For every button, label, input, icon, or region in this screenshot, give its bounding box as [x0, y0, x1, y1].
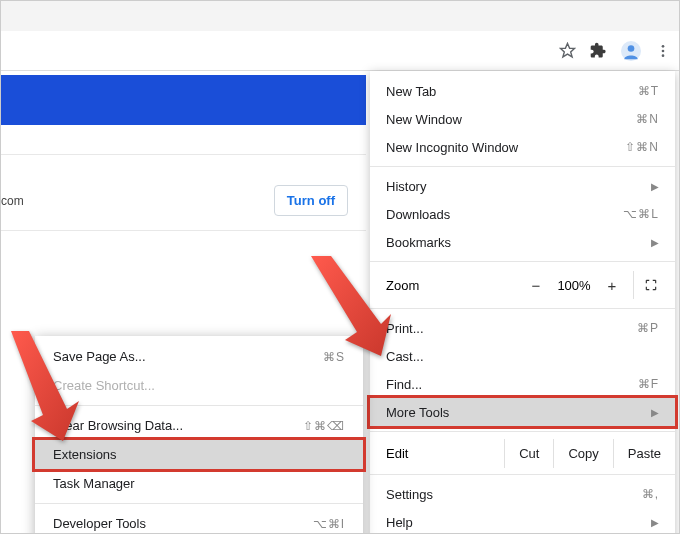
chevron-right-icon: ▶: [651, 407, 659, 418]
menu-shortcut: ⌘S: [323, 350, 345, 364]
submenu-save-page-as[interactable]: Save Page As... ⌘S: [35, 342, 363, 371]
menu-shortcut: ⇧⌘⌫: [303, 419, 345, 433]
menu-label: Downloads: [386, 207, 450, 222]
extensions-icon[interactable]: [590, 42, 607, 59]
svg-point-2: [628, 45, 635, 52]
menu-bookmarks[interactable]: Bookmarks ▶: [370, 228, 675, 256]
menu-label: Save Page As...: [53, 349, 146, 364]
menu-print[interactable]: Print... ⌘P: [370, 314, 675, 342]
menu-label: More Tools: [386, 405, 449, 420]
menu-label: New Tab: [386, 84, 436, 99]
menu-history[interactable]: History ▶: [370, 172, 675, 200]
more-tools-submenu: Save Page As... ⌘S Create Shortcut... Cl…: [35, 336, 363, 534]
menu-label: Bookmarks: [386, 235, 451, 250]
menu-downloads[interactable]: Downloads ⌥⌘L: [370, 200, 675, 228]
menu-label: Cast...: [386, 349, 424, 364]
menu-label: Print...: [386, 321, 424, 336]
cut-button[interactable]: Cut: [504, 439, 553, 468]
menu-shortcut: ⌥⌘I: [313, 517, 345, 531]
menu-more-tools[interactable]: More Tools ▶: [370, 398, 675, 426]
browser-toolbar: [1, 31, 679, 71]
menu-label: Extensions: [53, 447, 117, 462]
menu-label: History: [386, 179, 426, 194]
menu-settings[interactable]: Settings ⌘,: [370, 480, 675, 508]
menu-shortcut: ⇧⌘N: [625, 140, 659, 154]
chevron-right-icon: ▶: [651, 237, 659, 248]
submenu-create-shortcut: Create Shortcut...: [35, 371, 363, 400]
menu-shortcut: ⌘T: [638, 84, 659, 98]
menu-separator: [370, 474, 675, 475]
svg-point-5: [662, 54, 665, 57]
submenu-task-manager[interactable]: Task Manager: [35, 469, 363, 498]
menu-label: Developer Tools: [53, 516, 146, 531]
menu-separator: [370, 308, 675, 309]
zoom-percent: 100%: [551, 278, 597, 293]
paste-button[interactable]: Paste: [613, 439, 675, 468]
turn-off-button[interactable]: Turn off: [274, 185, 348, 216]
page-subheader: [1, 125, 366, 155]
menu-new-window[interactable]: New Window ⌘N: [370, 105, 675, 133]
menu-shortcut: ⌘F: [638, 377, 659, 391]
menu-separator: [370, 261, 675, 262]
submenu-clear-browsing-data[interactable]: Clear Browsing Data... ⇧⌘⌫: [35, 411, 363, 440]
menu-label: Settings: [386, 487, 433, 502]
svg-point-3: [662, 45, 665, 48]
menu-help[interactable]: Help ▶: [370, 508, 675, 534]
chevron-right-icon: ▶: [651, 517, 659, 528]
menu-shortcut: ⌥⌘L: [623, 207, 659, 221]
copy-button[interactable]: Copy: [553, 439, 612, 468]
menu-zoom: Zoom − 100% +: [370, 267, 675, 303]
menu-label: Find...: [386, 377, 422, 392]
menu-separator: [35, 503, 363, 504]
menu-label: Clear Browsing Data...: [53, 418, 183, 433]
menu-cast[interactable]: Cast...: [370, 342, 675, 370]
content-row: com Turn off: [1, 171, 366, 231]
zoom-in-button[interactable]: +: [597, 272, 627, 298]
menu-label: New Incognito Window: [386, 140, 518, 155]
zoom-out-button[interactable]: −: [521, 272, 551, 298]
menu-shortcut: ⌘P: [637, 321, 659, 335]
menu-edit-row: Edit Cut Copy Paste: [370, 437, 675, 469]
menu-label: Help: [386, 515, 413, 530]
edit-label: Edit: [386, 446, 504, 461]
submenu-developer-tools[interactable]: Developer Tools ⌥⌘I: [35, 509, 363, 534]
chevron-right-icon: ▶: [651, 181, 659, 192]
zoom-controls: − 100% +: [521, 271, 667, 299]
menu-label: New Window: [386, 112, 462, 127]
zoom-label: Zoom: [386, 278, 521, 293]
menu-separator: [370, 431, 675, 432]
profile-avatar-icon[interactable]: [621, 41, 641, 61]
menu-find[interactable]: Find... ⌘F: [370, 370, 675, 398]
fullscreen-icon[interactable]: [633, 271, 667, 299]
svg-marker-0: [560, 43, 574, 56]
menu-label: Task Manager: [53, 476, 135, 491]
svg-point-4: [662, 49, 665, 52]
menu-shortcut: ⌘N: [636, 112, 659, 126]
kebab-menu-icon[interactable]: [655, 43, 671, 59]
menu-separator: [35, 405, 363, 406]
menu-shortcut: ⌘,: [642, 487, 659, 501]
menu-label: Create Shortcut...: [53, 378, 155, 393]
page-header-bar: [1, 75, 366, 125]
row-text: com: [1, 194, 24, 208]
menu-new-tab[interactable]: New Tab ⌘T: [370, 77, 675, 105]
star-icon[interactable]: [559, 42, 576, 59]
chrome-menu: New Tab ⌘T New Window ⌘N New Incognito W…: [370, 71, 675, 534]
menu-separator: [370, 166, 675, 167]
submenu-extensions[interactable]: Extensions: [35, 440, 363, 469]
menu-new-incognito[interactable]: New Incognito Window ⇧⌘N: [370, 133, 675, 161]
